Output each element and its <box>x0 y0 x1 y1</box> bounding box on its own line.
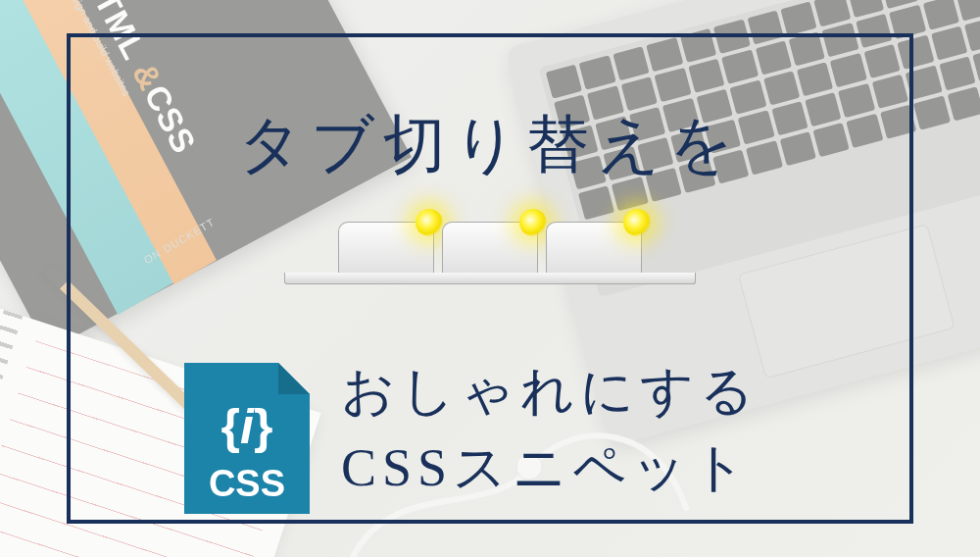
headline-block: おしゃれにする CSSスニペット <box>341 353 760 507</box>
headline-line2: おしゃれにする <box>341 353 760 430</box>
bulb-icon <box>519 209 547 236</box>
css-file-icon: {i} CSS <box>176 359 318 518</box>
tab-base <box>284 273 696 284</box>
headline-line1: タブ切り替えを <box>71 102 909 187</box>
bulb-icon <box>623 209 651 236</box>
tabs-graphic <box>334 222 646 275</box>
css-badge-label: CSS <box>209 463 285 504</box>
title-frame: タブ切り替えを {i} CSS おしゃれにする CSSスニペット <box>67 33 913 524</box>
bulb-icon <box>416 209 443 236</box>
headline-line3: CSSスニペット <box>341 430 760 506</box>
tab-3 <box>546 222 642 275</box>
tab-2 <box>442 222 538 275</box>
tab-1 <box>338 222 434 275</box>
css-badge-braces: {i} <box>221 399 273 454</box>
